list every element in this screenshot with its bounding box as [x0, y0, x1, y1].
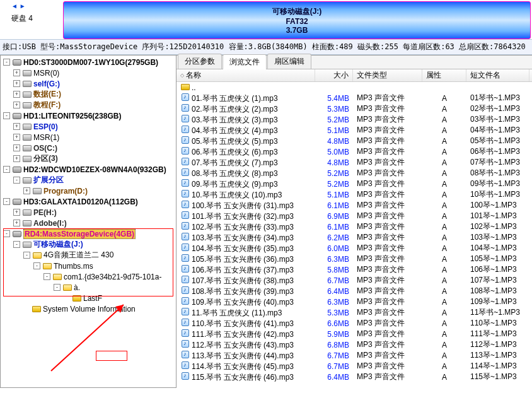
- file-size: 6.2MB: [315, 233, 353, 242]
- file-attr: A: [422, 255, 466, 264]
- file-row[interactable]: 106.琴书 五女兴唐传 (37).mp35.8MBMP3 声音文件A106琴~…: [176, 264, 532, 275]
- tree-toggle[interactable]: +: [23, 187, 30, 194]
- file-shortname: 10琴书~1.MP3: [466, 189, 529, 200]
- tree-toggle[interactable]: +: [13, 155, 20, 162]
- file-name: 100.琴书 五女兴唐传 (31).mp3: [192, 201, 294, 210]
- tree-toggle[interactable]: -: [33, 262, 40, 269]
- tree-toggle[interactable]: -: [3, 166, 10, 173]
- file-row[interactable]: 02.琴书 五虎侠义 (2).mp35.3MBMP3 声音文件A02琴书~1.M…: [176, 103, 532, 114]
- tree-toggle[interactable]: +: [13, 220, 20, 226]
- tree-toggle[interactable]: -: [54, 284, 61, 291]
- partition-name: 可移动磁盘(J:): [272, 6, 322, 17]
- file-row[interactable]: 08.琴书 五虎侠义 (8).mp35.2MBMP3 声音文件A08琴书~1.M…: [176, 168, 532, 179]
- tree-toggle[interactable]: -: [3, 230, 10, 237]
- col-attr[interactable]: 属性: [422, 69, 466, 81]
- file-row[interactable]: 110.琴书 五女兴唐传 (41).mp36.6MBMP3 声音文件A110琴~…: [176, 318, 532, 329]
- tree-node[interactable]: -HD2:WDCWD10EZEX-08WN4A0(932GB): [1, 164, 176, 175]
- partition-bar[interactable]: 可移动磁盘(J:) FAT32 3.7GB: [63, 1, 531, 39]
- tree-toggle[interactable]: +: [13, 134, 20, 141]
- col-size[interactable]: 大小: [315, 69, 353, 81]
- file-row[interactable]: 114.琴书 五女兴唐传 (45).mp36.7MBMP3 声音文件A114琴~…: [176, 361, 532, 372]
- file-attr: A: [422, 244, 466, 253]
- tree-node[interactable]: +MSR(1): [1, 132, 176, 143]
- file-row[interactable]: 10.琴书 五虎侠义 (10).mp35.1MBMP3 声音文件A10琴书~1.…: [176, 189, 532, 200]
- file-row[interactable]: 11.琴书 五虎侠义 (11).mp35.3MBMP3 声音文件A11琴书~1.…: [176, 307, 532, 318]
- tree-toggle[interactable]: -: [3, 198, 10, 205]
- tree-node[interactable]: LastF: [1, 293, 176, 303]
- file-row[interactable]: 113.琴书 五女兴唐传 (44).mp36.7MBMP3 声音文件A113琴~…: [176, 350, 532, 361]
- hdd-icon: [12, 165, 22, 174]
- tree-node[interactable]: -Thumbs.ms: [1, 261, 176, 271]
- tree-toggle[interactable]: -: [23, 252, 30, 259]
- file-row[interactable]: 09.琴书 五虎侠义 (9).mp35.2MBMP3 声音文件A09琴书~1.M…: [176, 179, 532, 189]
- file-row[interactable]: 112.琴书 五女兴唐传 (43).mp36.8MBMP3 声音文件A112琴~…: [176, 339, 532, 350]
- file-row[interactable]: 108.琴书 五女兴唐传 (39).mp36.4MBMP3 声音文件A108琴~…: [176, 286, 532, 296]
- tab-sector-edit[interactable]: 扇区编辑: [267, 54, 311, 69]
- tree-toggle[interactable]: +: [13, 102, 20, 109]
- col-name[interactable]: ◇名称: [176, 69, 315, 81]
- tree-node[interactable]: +PE(H:): [1, 207, 176, 218]
- file-row[interactable]: 104.琴书 五女兴唐传 (35).mp36.0MBMP3 声音文件A104琴~…: [176, 243, 532, 254]
- nav-arrows[interactable]: ◄ ►: [11, 3, 63, 9]
- tree-node[interactable]: +self(G:): [1, 78, 176, 89]
- tree-toggle[interactable]: -: [13, 177, 20, 184]
- tab-browse-files[interactable]: 浏览文件: [223, 54, 267, 69]
- tree-toggle[interactable]: +: [13, 144, 20, 151]
- tree-node[interactable]: -com1.{d3e34b21-9d75-101a-: [1, 271, 176, 282]
- tree-node[interactable]: +数据(E:): [1, 89, 176, 100]
- tree-node[interactable]: -4G音频王道兰二 430: [1, 250, 176, 261]
- file-row[interactable]: 109.琴书 五女兴唐传 (40).mp36.3MBMP3 声音文件A109琴~…: [176, 296, 532, 307]
- audio-file-icon: [180, 114, 190, 123]
- tree-node[interactable]: +分区(3): [1, 153, 176, 164]
- device-tree[interactable]: -HD0:ST3000DM007-1WY10G(2795GB)+MSR(0)+s…: [0, 55, 176, 388]
- col-short[interactable]: 短文件名: [466, 69, 529, 81]
- tree-toggle[interactable]: +: [13, 69, 20, 76]
- file-row[interactable]: 102.琴书 五女兴唐传 (33).mp36.1MBMP3 声音文件A102琴~…: [176, 221, 532, 232]
- tree-toggle[interactable]: -: [3, 112, 10, 119]
- file-row[interactable]: 03.琴书 五虎侠义 (3).mp35.2MBMP3 声音文件A03琴书~1.M…: [176, 114, 532, 125]
- file-row[interactable]: 100.琴书 五女兴唐传 (31).mp36.1MBMP3 声音文件A100琴~…: [176, 200, 532, 211]
- tree-label: HD0:ST3000DM007-1WY10G(2795GB): [23, 58, 158, 67]
- tree-toggle[interactable]: +: [13, 91, 20, 98]
- tree-label: OS(C:): [33, 144, 57, 153]
- tree-node[interactable]: -扩展分区: [1, 175, 176, 185]
- tree-toggle[interactable]: -: [43, 273, 50, 280]
- tree-node[interactable]: +OS(C:): [1, 143, 176, 153]
- tree-toggle[interactable]: +: [13, 123, 20, 130]
- file-attr: A: [422, 330, 466, 339]
- file-list[interactable]: ..01.琴书 五虎侠义 (1).mp35.4MBMP3 声音文件A01琴书~1…: [176, 82, 532, 388]
- tree-node[interactable]: System Volume Information: [1, 303, 176, 314]
- tree-node[interactable]: -HD1:LITEONIT9256(238GB): [1, 110, 176, 121]
- tree-toggle[interactable]: -: [13, 241, 20, 248]
- tree-node[interactable]: +教程(F:): [1, 100, 176, 110]
- file-row[interactable]: 111.琴书 五女兴唐传 (42).mp35.9MBMP3 声音文件A111琴~…: [176, 329, 532, 339]
- col-type[interactable]: 文件类型: [353, 69, 422, 81]
- file-type: MP3 声音文件: [353, 125, 422, 136]
- file-row[interactable]: 04.琴书 五虎侠义 (4).mp35.1MBMP3 声音文件A04琴书~1.M…: [176, 125, 532, 136]
- file-row[interactable]: 05.琴书 五虎侠义 (5).mp34.8MBMP3 声音文件A05琴书~1.M…: [176, 136, 532, 146]
- file-row[interactable]: 101.琴书 五女兴唐传 (32).mp36.9MBMP3 声音文件A101琴~…: [176, 211, 532, 221]
- file-row[interactable]: 105.琴书 五女兴唐传 (36).mp36.3MBMP3 声音文件A105琴~…: [176, 254, 532, 264]
- file-row[interactable]: 107.琴书 五女兴唐传 (38).mp36.7MBMP3 声音文件A107琴~…: [176, 275, 532, 286]
- tree-node[interactable]: -RD4:MassStorageDevice(4GB): [1, 228, 176, 239]
- tree-node[interactable]: +Program(D:): [1, 185, 176, 196]
- tree-node[interactable]: +MSR(0): [1, 67, 176, 78]
- file-row-up[interactable]: ..: [176, 82, 532, 93]
- file-row[interactable]: 06.琴书 五虎侠义 (6).mp35.0MBMP3 声音文件A06琴书~1.M…: [176, 146, 532, 157]
- tree-node[interactable]: -HD3:GALAXTA1D0120A(112GB): [1, 196, 176, 207]
- file-attr: A: [422, 319, 466, 328]
- tree-node[interactable]: +ESP(0): [1, 121, 176, 132]
- file-row[interactable]: 103.琴书 五女兴唐传 (34).mp36.2MBMP3 声音文件A103琴~…: [176, 232, 532, 243]
- tree-node[interactable]: +Adobe(I:): [1, 218, 176, 228]
- file-size: 5.8MB: [315, 266, 353, 274]
- tree-toggle[interactable]: +: [13, 80, 20, 87]
- file-row[interactable]: 01.琴书 五虎侠义 (1).mp35.4MBMP3 声音文件A01琴书~1.M…: [176, 93, 532, 103]
- tree-toggle[interactable]: -: [3, 59, 10, 66]
- file-row[interactable]: 115.琴书 五女兴唐传 (46).mp36.4MBMP3 声音文件A115琴~…: [176, 372, 532, 382]
- tree-node[interactable]: -HD0:ST3000DM007-1WY10G(2795GB): [1, 57, 176, 67]
- tab-partition-params[interactable]: 分区参数: [178, 54, 222, 69]
- tree-node[interactable]: -à.: [1, 282, 176, 293]
- tree-toggle[interactable]: +: [13, 209, 20, 216]
- tree-node[interactable]: -可移动磁盘(J:): [1, 239, 176, 250]
- file-row[interactable]: 07.琴书 五虎侠义 (7).mp34.8MBMP3 声音文件A07琴书~1.M…: [176, 157, 532, 168]
